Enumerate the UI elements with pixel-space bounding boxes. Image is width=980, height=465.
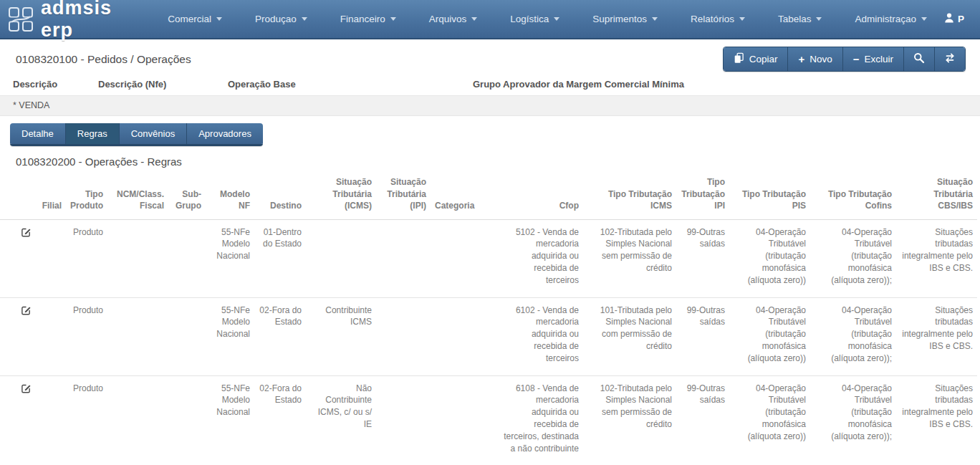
chevron-down-icon bbox=[471, 17, 477, 21]
edit-row-button[interactable] bbox=[0, 375, 36, 465]
delete-label: Excluir bbox=[864, 54, 893, 64]
cell-sit_trib_icms bbox=[306, 219, 376, 297]
menu-item-label: Logística bbox=[510, 14, 549, 24]
cell-categoria bbox=[431, 375, 499, 465]
col-tipo_produto: Tipo Produto bbox=[66, 172, 107, 219]
col-descricao: Descrição bbox=[13, 79, 98, 90]
menu-item-label: Tabelas bbox=[778, 14, 812, 24]
app-window: admsis erp ComercialProduçaoFinanceiroAr… bbox=[0, 0, 980, 465]
col-sit_trib_ipi: Situação Tributária (IPI) bbox=[376, 172, 431, 219]
col-tipo_trib_icms: Tipo Tributação ICMS bbox=[583, 172, 676, 219]
chevron-down-icon bbox=[390, 17, 396, 21]
cell-tipo_trib_pis: 04-Operação Tributável (tributação monof… bbox=[729, 375, 810, 465]
copy-icon bbox=[734, 52, 744, 66]
menu-item-logistica[interactable]: Logística bbox=[494, 7, 576, 31]
cell-sit_trib_cbs_ibs: Situações tributadas integralmente pelo … bbox=[896, 219, 977, 297]
cell-tipo_trib_pis: 04-Operação Tributável (tributação monof… bbox=[729, 297, 810, 375]
menu-item-comercial[interactable]: Comercial bbox=[151, 7, 239, 31]
delete-button[interactable]: − Excluir bbox=[842, 47, 903, 71]
cell-tipo_produto: Produto bbox=[66, 219, 107, 297]
tab-aprovadores[interactable]: Aprovadores bbox=[186, 123, 263, 144]
menu-item-relatorios[interactable]: Relatórios bbox=[674, 7, 762, 31]
cell-sit_trib_ipi bbox=[376, 375, 431, 465]
master-row-venda[interactable]: * VENDA bbox=[0, 95, 980, 116]
copy-button[interactable]: Copiar bbox=[724, 47, 788, 71]
col-tipo_trib_pis: Tipo Tributação PIS bbox=[729, 172, 810, 219]
refresh-icon bbox=[944, 52, 956, 66]
col-ncm_class_fiscal: NCM/Class. Fiscal bbox=[107, 172, 168, 219]
search-icon bbox=[913, 52, 925, 66]
table-row: Produto55-NFe Modelo Nacional01-Dentro d… bbox=[0, 219, 977, 297]
col-tipo_trib_ipi: Tipo Tributação IPI bbox=[676, 172, 729, 219]
col-grupo-aprovador: Grupo Aprovador da Margem Comercial Míni… bbox=[473, 79, 980, 90]
page-header: 0108320100 - Pedidos / Operações Copiar … bbox=[0, 39, 980, 75]
cell-ncm_class_fiscal bbox=[107, 219, 168, 297]
col-edit bbox=[0, 172, 36, 219]
edit-row-button[interactable] bbox=[0, 297, 36, 375]
minus-icon: − bbox=[853, 54, 860, 64]
cell-categoria bbox=[431, 219, 499, 297]
edit-row-button[interactable] bbox=[0, 219, 36, 297]
tab-detalhe[interactable]: Detalhe bbox=[10, 123, 65, 144]
menu-item-arquivos[interactable]: Arquivos bbox=[413, 7, 494, 31]
cell-tipo_produto: Produto bbox=[66, 297, 107, 375]
new-button[interactable]: + Novo bbox=[787, 47, 842, 71]
tab-regras[interactable]: Regras bbox=[65, 123, 119, 144]
cell-tipo_trib_cofins: 04-Operação Tributável (tributação monof… bbox=[810, 297, 896, 375]
chevron-down-icon bbox=[554, 17, 559, 21]
menu-item-tabelas[interactable]: Tabelas bbox=[762, 7, 839, 31]
col-filial: Filial bbox=[36, 172, 66, 219]
cell-sit_trib_cbs_ibs: Situações tributadas integralmente pelo … bbox=[896, 375, 977, 465]
new-label: Novo bbox=[810, 54, 832, 64]
cell-destino: 02-Fora do Estado bbox=[254, 375, 306, 465]
page-title: 0108320100 - Pedidos / Operações bbox=[16, 53, 191, 66]
cell-modelo_nf: 55-NFe Modelo Nacional bbox=[206, 297, 254, 375]
cell-ncm_class_fiscal bbox=[107, 297, 168, 375]
master-grid-header: Descrição Descrição (Nfe) Operação Base … bbox=[0, 75, 980, 95]
record-actions: Copiar + Novo − Excluir bbox=[723, 47, 966, 72]
cell-tipo_trib_ipi: 99-Outras saídas bbox=[676, 375, 729, 465]
chevron-down-icon bbox=[216, 17, 222, 21]
menu-item-label: Produçao bbox=[255, 14, 297, 24]
menu-item-label: Relatórios bbox=[691, 14, 734, 24]
user-icon bbox=[943, 12, 955, 26]
copy-label: Copiar bbox=[749, 54, 778, 64]
cell-cfop: 6102 - Venda de mercadoria adquirida ou … bbox=[499, 297, 583, 375]
chevron-down-icon bbox=[921, 17, 927, 21]
cell-modelo_nf: 55-NFe Modelo Nacional bbox=[206, 375, 254, 465]
cell-tipo_trib_icms: 101-Tributada pelo Simples Nacional com … bbox=[583, 297, 676, 375]
tab-convenios[interactable]: Convênios bbox=[119, 123, 186, 144]
logo-icon bbox=[7, 6, 34, 33]
menu-item-label: Comercial bbox=[168, 14, 211, 24]
chevron-down-icon bbox=[652, 17, 658, 21]
cell-cfop: 6108 - Venda de mercadoria adquirida ou … bbox=[499, 375, 583, 465]
cell-tipo_produto: Produto bbox=[66, 375, 107, 465]
rules-table-header: FilialTipo ProdutoNCM/Class. FiscalSub-G… bbox=[0, 172, 977, 219]
menu-item-label: Suprimentos bbox=[592, 14, 647, 24]
cell-tipo_trib_icms: 102-Tributada pelo Simples Nacional sem … bbox=[583, 219, 676, 297]
app-logo[interactable]: admsis erp bbox=[7, 0, 124, 42]
menu-item-financeiro[interactable]: Financeiro bbox=[324, 7, 413, 31]
cell-tipo_trib_icms: 102-Tributada pelo Simples Nacional sem … bbox=[583, 375, 676, 465]
menu-item-administracao[interactable]: Administraçao bbox=[838, 7, 943, 31]
cell-sit_trib_ipi bbox=[376, 297, 431, 375]
menu-item-producao[interactable]: Produçao bbox=[239, 7, 324, 31]
col-sub_grupo: Sub-Grupo bbox=[168, 172, 206, 219]
venda-descricao: * VENDA bbox=[13, 100, 980, 110]
cell-sit_trib_icms: Não Contribuinte ICMS, c/ ou s/ IE bbox=[306, 375, 376, 465]
refresh-button[interactable] bbox=[934, 47, 965, 71]
col-sit_trib_cbs_ibs: Situação Tributária CBS/IBS bbox=[896, 172, 977, 219]
search-button[interactable] bbox=[903, 47, 934, 71]
cell-sub_grupo bbox=[168, 219, 206, 297]
cell-filial bbox=[36, 375, 66, 465]
cell-tipo_trib_ipi: 99-Outras saídas bbox=[676, 297, 729, 375]
user-menu[interactable]: P bbox=[943, 12, 969, 26]
col-cfop: Cfop bbox=[499, 172, 583, 219]
col-destino: Destino bbox=[254, 172, 306, 219]
cell-sub_grupo bbox=[168, 297, 206, 375]
menu-item-suprimentos[interactable]: Suprimentos bbox=[576, 7, 674, 31]
rules-table: FilialTipo ProdutoNCM/Class. FiscalSub-G… bbox=[0, 172, 977, 465]
col-modelo_nf: Modelo NF bbox=[206, 172, 254, 219]
cell-sub_grupo bbox=[168, 375, 206, 465]
user-initial: P bbox=[958, 14, 964, 24]
